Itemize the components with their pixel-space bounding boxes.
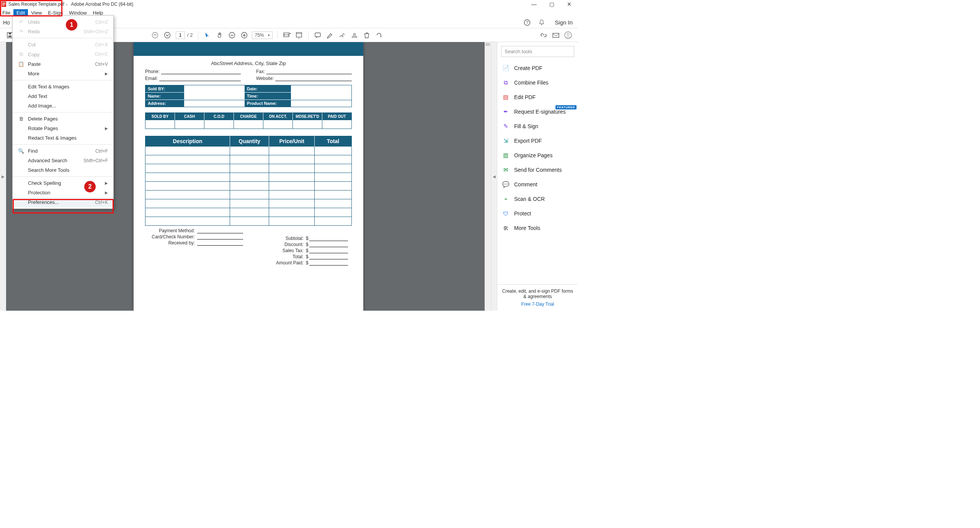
page-up-icon[interactable] <box>150 30 160 41</box>
edit-menu-protection[interactable]: Protection▶ <box>13 188 113 197</box>
bell-icon[interactable] <box>538 19 546 26</box>
svg-rect-21 <box>315 33 320 37</box>
svg-point-25 <box>567 33 569 36</box>
svg-rect-2 <box>2 4 5 5</box>
svg-rect-19 <box>296 33 302 37</box>
zoom-in-icon[interactable] <box>239 30 250 41</box>
panel-footer: Create, edit, and e-sign PDF forms & agr… <box>497 284 578 311</box>
svg-rect-23 <box>553 33 559 37</box>
edit-menu-edit-text-images[interactable]: Edit Text & Images <box>13 82 113 91</box>
home-tab[interactable]: Ho <box>0 20 13 26</box>
edit-menu-preferences-[interactable]: Preferences...Ctrl+K <box>13 197 113 207</box>
tool-organize-pages[interactable]: ▥Organize Pages <box>497 148 578 163</box>
page-indicator: / 2 <box>176 31 193 39</box>
zoom-select[interactable]: 75%▾ <box>252 31 272 39</box>
menu-file[interactable]: File <box>2 9 13 16</box>
read-mode-icon[interactable] <box>294 30 304 41</box>
edit-menu-undo: ↶UndoCtrl+Z <box>13 17 113 27</box>
edit-menu-cut: CutCtrl+X <box>13 40 113 49</box>
mail-icon[interactable] <box>550 30 561 41</box>
hand-icon[interactable] <box>214 30 225 41</box>
payment-type-table: SOLD BYCASHC.O.DCHARGEON ACCT.MDSE.RET'D… <box>145 112 352 129</box>
svg-rect-22 <box>352 36 357 37</box>
minimize-button[interactable]: — <box>525 0 543 8</box>
edit-menu-rotate-pages[interactable]: Rotate Pages▶ <box>13 124 113 133</box>
svg-point-24 <box>565 32 572 39</box>
svg-point-6 <box>541 24 542 25</box>
app-title: Adobe Acrobat Pro DC (64-bit) <box>71 2 133 7</box>
tool-request-e-signatures[interactable]: ✒Request E-signaturesFEATURED <box>497 104 578 119</box>
edit-menu-advanced-search[interactable]: Advanced SearchShift+Ctrl+F <box>13 156 113 165</box>
page-down-icon[interactable] <box>162 30 173 41</box>
edit-menu-find[interactable]: 🔍FindCtrl+F <box>13 146 113 156</box>
tools-panel: Search tools 📄Create PDF⧉Combine Files▤E… <box>497 42 578 311</box>
svg-rect-1 <box>2 3 5 3</box>
pdf-doc-icon <box>2 2 7 7</box>
tool-combine-files[interactable]: ⧉Combine Files <box>497 75 578 90</box>
edit-menu-redo: ↷RedoShift+Ctrl+Z <box>13 27 113 36</box>
page-input[interactable] <box>176 31 185 39</box>
svg-text:?: ? <box>526 20 528 25</box>
edit-menu-add-image-[interactable]: Add Image... <box>13 101 113 111</box>
rotate-icon[interactable] <box>374 30 384 41</box>
maximize-button[interactable]: ▢ <box>543 0 560 8</box>
tool-more-tools[interactable]: 🛠More Tools <box>497 221 578 235</box>
sign-in-button[interactable]: Sign In <box>552 19 575 26</box>
edit-dropdown: ↶UndoCtrl+Z↷RedoShift+Ctrl+ZCutCtrl+X⧉Co… <box>12 15 114 209</box>
svg-rect-8 <box>8 36 11 37</box>
edit-menu-copy: ⧉CopyCtrl+C <box>13 49 113 59</box>
items-table: DescriptionQuantityPrice/UnitTotal <box>145 136 352 226</box>
edit-menu-check-spelling[interactable]: Check Spelling▶ <box>13 178 113 188</box>
edit-menu-more[interactable]: More▶ <box>13 69 113 78</box>
svg-point-10 <box>152 32 158 38</box>
vertical-scrollbar[interactable]: ▴ <box>485 42 491 311</box>
tool-create-pdf[interactable]: 📄Create PDF <box>497 61 578 75</box>
svg-rect-9 <box>9 33 11 34</box>
highlight-icon[interactable] <box>325 30 335 41</box>
tool-protect[interactable]: 🛡Protect <box>497 206 578 221</box>
info-table: Sold BY:Date:Name:Time:Address:Product N… <box>145 85 352 107</box>
close-button[interactable]: ✕ <box>560 0 578 8</box>
document-title: Sales Receipt Template.pdf <box>8 2 64 7</box>
tool-fill-sign[interactable]: ✎Fill & Sign <box>497 119 578 134</box>
title-bar: Sales Receipt Template.pdf - Adobe Acrob… <box>0 0 578 8</box>
pdf-page: AbcStreet Address, City, State Zip Phone… <box>134 42 363 311</box>
edit-menu-delete-pages[interactable]: 🗑Delete Pages <box>13 114 113 124</box>
account-icon[interactable] <box>563 30 573 41</box>
doc-header-band <box>134 42 363 56</box>
edit-menu-add-text[interactable]: Add Text <box>13 91 113 101</box>
doc-address: AbcStreet Address, City, State Zip <box>145 60 352 66</box>
comment-icon[interactable] <box>312 30 323 41</box>
fit-width-icon[interactable]: ▾ <box>281 30 292 41</box>
free-trial-link[interactable]: Free 7-Day Trial <box>500 301 575 307</box>
search-tools-input[interactable]: Search tools <box>501 46 574 57</box>
svg-text:▾: ▾ <box>289 32 291 35</box>
right-rail-toggle[interactable]: ◀ <box>491 42 497 311</box>
tool-comment[interactable]: 💬Comment <box>497 177 578 192</box>
tool-send-for-comments[interactable]: ✉Send for Comments <box>497 163 578 177</box>
link-icon[interactable] <box>538 30 549 41</box>
stamp-icon[interactable] <box>349 30 360 41</box>
tool-export-pdf[interactable]: ⇲Export PDF <box>497 134 578 148</box>
help-icon[interactable]: ? <box>523 19 531 26</box>
cursor-icon[interactable] <box>202 30 213 41</box>
delete-icon[interactable] <box>361 30 372 41</box>
edit-menu-paste[interactable]: 📋PasteCtrl+V <box>13 59 113 69</box>
tool-edit-pdf[interactable]: ▤Edit PDF <box>497 90 578 104</box>
edit-menu-search-more-tools[interactable]: Search More Tools <box>13 165 113 175</box>
tool-scan-ocr[interactable]: ⌁Scan & OCR <box>497 192 578 206</box>
left-rail-toggle[interactable]: ▶ <box>0 42 6 311</box>
page-total: / 2 <box>187 32 193 38</box>
edit-menu-redact-text-images[interactable]: Redact Text & Images <box>13 133 113 143</box>
svg-point-11 <box>165 32 170 38</box>
sign-icon[interactable] <box>337 30 348 41</box>
zoom-out-icon[interactable] <box>227 30 237 41</box>
svg-rect-3 <box>2 5 4 6</box>
